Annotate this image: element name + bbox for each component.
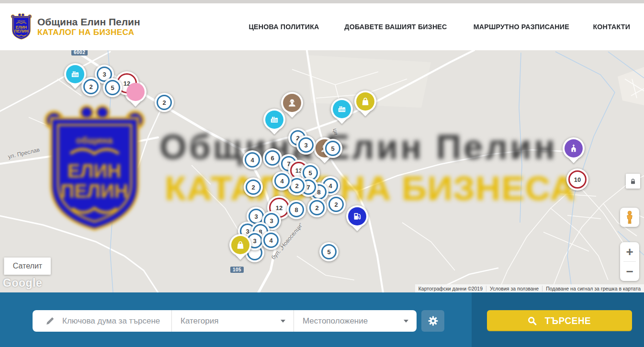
keyword-field (33, 310, 171, 332)
site-title: Община Елин Пелин (37, 16, 140, 28)
map-type-satellite-button[interactable]: Сателит (4, 257, 51, 275)
pencil-icon (45, 316, 55, 326)
site-logo[interactable]: община ЕЛИН ПЕЛИН Община Елин Пелин КАТА… (10, 12, 140, 41)
factory-pin-marker[interactable] (331, 98, 353, 120)
lock-control-button[interactable] (626, 174, 640, 189)
zoom-control: + − (620, 242, 639, 281)
zoom-in-button[interactable]: + (620, 242, 639, 261)
cluster-marker[interactable]: 5 (103, 78, 122, 97)
search-icon (527, 316, 537, 326)
worker-pin-marker[interactable] (281, 92, 303, 114)
search-fields: Категория Местоположение (33, 310, 417, 332)
cluster-marker[interactable]: 4 (243, 150, 262, 169)
church-pin-marker[interactable] (563, 137, 585, 159)
map-canvas[interactable]: община ЕЛИН ПЕЛИН Община Елин Пелин КАТА… (0, 50, 644, 292)
cluster-marker[interactable]: 5 (323, 139, 342, 158)
svg-text:ПЕЛИН: ПЕЛИН (14, 29, 28, 34)
location-dropdown[interactable]: Местоположение (294, 310, 417, 332)
cluster-marker[interactable]: 2 (327, 195, 346, 214)
header: община ЕЛИН ПЕЛИН Община Елин Пелин КАТА… (0, 3, 644, 51)
cluster-marker[interactable]: 4 (261, 231, 281, 250)
bag-pin-marker[interactable] (354, 90, 376, 112)
cluster-marker[interactable]: 3 (296, 135, 316, 155)
search-button-label: ТЪРСЕНЕ (544, 315, 590, 326)
chevron-down-icon (404, 320, 408, 323)
svg-text:община: община (17, 20, 25, 22)
zoom-out-button[interactable]: − (620, 262, 639, 281)
cluster-marker[interactable]: 2 (307, 198, 327, 217)
nav-contacts[interactable]: КОНТАКТИ (593, 22, 630, 31)
church-icon (568, 143, 579, 154)
factory-icon (70, 69, 80, 79)
municipality-emblem-icon: община ЕЛИН ПЕЛИН (10, 12, 33, 41)
search-bar: Категория Местоположение ТЪРСЕНЕ (0, 292, 644, 347)
cluster-marker[interactable]: 8 (287, 200, 306, 219)
bag-pin-marker[interactable] (229, 234, 251, 256)
location-dropdown-label: Местоположение (303, 316, 368, 326)
attribution-copyright: Картографски данни ©2019 (415, 286, 486, 291)
nav-add-your-business[interactable]: ДОБАВЕТЕ ВАШИЯТ БИЗНЕС (344, 22, 447, 31)
cluster-marker[interactable]: 10 (566, 168, 588, 190)
google-logo[interactable]: Google (3, 277, 42, 290)
factory-icon (337, 104, 347, 114)
gear-icon (428, 315, 439, 326)
bag-icon (360, 96, 371, 107)
cluster-marker[interactable]: 2 (81, 77, 101, 96)
attribution-report-error-link[interactable]: Подаване на сигнал за грешка в картата (542, 286, 644, 291)
cluster-marker[interactable]: 2 (244, 178, 263, 197)
category-dropdown[interactable]: Категория (171, 310, 294, 332)
factory-icon (269, 114, 280, 125)
site-subtitle: КАТАЛОГ НА БИЗНЕСА (37, 28, 140, 37)
attribution-terms-link[interactable]: Условия за ползване (486, 286, 542, 291)
cluster-marker[interactable]: 4 (272, 171, 292, 190)
factory-pin-marker[interactable] (263, 109, 285, 131)
keyword-search-input[interactable] (61, 316, 171, 326)
main-nav: ЦЕНОВА ПОЛИТИКА ДОБАВЕТЕ ВАШИЯТ БИЗНЕС М… (246, 22, 632, 31)
map-type-control: Карта Сателит (4, 257, 51, 275)
cluster-marker[interactable]: 5 (319, 242, 339, 261)
advanced-settings-button[interactable] (421, 310, 444, 332)
fuel-pin-marker[interactable] (346, 205, 368, 227)
fuel-icon (352, 211, 362, 222)
svg-text:ЕЛИН: ЕЛИН (16, 25, 27, 30)
map-attribution: Картографски данни ©2019 Условия за полз… (415, 284, 644, 292)
chevron-down-icon (281, 320, 285, 323)
pegman-control[interactable] (620, 208, 639, 227)
cluster-marker[interactable]: 2 (155, 93, 174, 112)
nav-pricing-policy[interactable]: ЦЕНОВА ПОЛИТИКА (249, 22, 319, 31)
lock-icon (629, 178, 637, 185)
pegman-icon (623, 210, 636, 224)
category-dropdown-label: Категория (181, 316, 218, 326)
worker-icon (287, 98, 297, 108)
page-top-strip (0, 0, 644, 3)
markers-layer: 31225223564713548724221282333834510 (0, 50, 644, 292)
search-button[interactable]: ТЪРСЕНЕ (487, 310, 632, 331)
nav-route-timetable[interactable]: МАРШРУТНО РАЗПИСАНИЕ (474, 22, 569, 31)
bag-icon (235, 240, 246, 250)
